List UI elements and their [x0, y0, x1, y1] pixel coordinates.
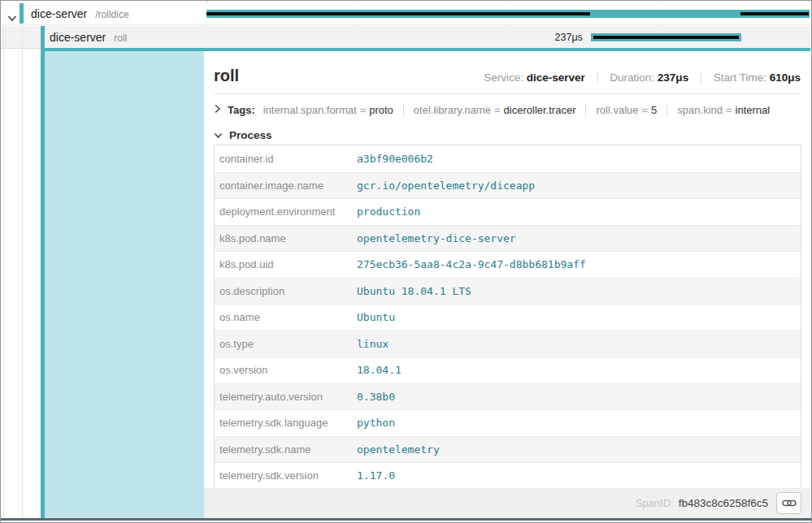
indent-guide	[3, 25, 4, 518]
duration-label: Duration:	[610, 71, 654, 84]
tag-separator	[403, 104, 404, 116]
tag-item: roll.value=5	[596, 104, 657, 116]
service-name: dice-serverroll	[50, 31, 127, 44]
span-duration-label: 237μs	[555, 26, 588, 49]
copy-link-button[interactable]	[776, 492, 801, 514]
meta-separator	[597, 71, 598, 83]
duration-value: 237μs	[658, 71, 688, 84]
span-detail-title: roll	[214, 67, 239, 85]
jaeger-trace-view: dice-server/rolldice dice-serverroll 237…	[0, 0, 812, 523]
service-color-bar	[20, 3, 24, 24]
table-row: container.ida3bf90e006b2	[215, 145, 801, 172]
table-row: k8s.pod.nameopentelemetry-dice-server	[215, 225, 801, 252]
table-row: os.version18.04.1	[215, 357, 801, 383]
spanid-value: fb483c8c6258f6c5	[679, 497, 768, 509]
span-detail-footer: SpanID: fb483c8c6258f6c5	[204, 488, 812, 518]
start-time-label: Start Time:	[714, 71, 766, 84]
span-detail-card: roll Service: dice-server Duration: 237μ…	[204, 51, 812, 518]
meta-separator	[701, 71, 701, 83]
span-row-rolldice[interactable]: dice-server/rolldice	[1, 2, 811, 25]
table-row: telemetry.sdk.languagepython	[215, 409, 801, 436]
title-divider	[214, 93, 801, 94]
table-row: telemetry.auto.version0.38b0	[215, 383, 801, 410]
process-section-toggle[interactable]: Process	[214, 126, 272, 144]
service-value: dice-server	[527, 71, 585, 84]
bottom-edge	[1, 518, 811, 521]
process-table: container.ida3bf90e006b2 container.image…	[214, 145, 801, 490]
service-name: dice-server/rolldice	[31, 7, 129, 20]
chevron-right-icon[interactable]	[214, 104, 221, 116]
span-bar-lane: 237μs	[206, 26, 810, 49]
tag-item: otel.library.name=diceroller.tracer	[414, 104, 576, 116]
critical-path-segment	[593, 36, 738, 39]
spanid-label: SpanID:	[636, 497, 674, 509]
tag-item: internal.span.format=proto	[263, 104, 393, 116]
table-row: telemetry.sdk.nameopentelemetry	[215, 436, 801, 463]
table-row: deployment.environmentproduction	[215, 198, 801, 225]
service-label: Service:	[484, 71, 523, 84]
table-row: os.typelinux	[215, 331, 801, 357]
operation-name: roll	[114, 32, 127, 44]
table-row: telemetry.sdk.version1.17.0	[215, 462, 801, 489]
table-row: container.image.namegcr.io/opentelemetry…	[215, 172, 801, 199]
table-row: k8s.pod.uid275ecb36-5aa8-4c2a-9c47-d8bb6…	[215, 251, 801, 278]
span-bar-rolldice[interactable]	[206, 10, 810, 18]
span-detail-meta: Service: dice-server Duration: 237μs Sta…	[484, 71, 801, 84]
start-time-value: 610μs	[770, 71, 801, 84]
tag-separator	[585, 104, 586, 116]
chevron-down-icon[interactable]	[214, 129, 223, 141]
table-row: os.nameUbuntu	[215, 304, 801, 331]
tags-label: Tags:	[228, 104, 255, 116]
critical-path-segment	[740, 12, 810, 15]
span-name-cell[interactable]: dice-server/rolldice	[1, 2, 206, 24]
span-row-roll-selected[interactable]: dice-serverroll 237μs	[1, 26, 811, 49]
indent-guide	[22, 25, 23, 518]
chevron-down-icon[interactable]	[7, 11, 17, 25]
critical-path-segment	[206, 12, 590, 15]
table-row: os.descriptionUbuntu 18.04.1 LTS	[215, 278, 801, 305]
tag-separator	[667, 104, 667, 116]
link-icon	[782, 498, 797, 508]
span-bar-lane	[206, 2, 810, 25]
operation-name: /rolldice	[95, 9, 128, 20]
tag-item: span.kind=internal	[677, 104, 770, 116]
expanded-row-highlight	[45, 51, 204, 518]
process-label: Process	[229, 129, 272, 141]
span-name-cell[interactable]: dice-serverroll	[1, 26, 206, 48]
tags-section-toggle[interactable]: Tags: internal.span.format=proto otel.li…	[214, 99, 801, 120]
span-bar-roll[interactable]	[591, 33, 740, 41]
